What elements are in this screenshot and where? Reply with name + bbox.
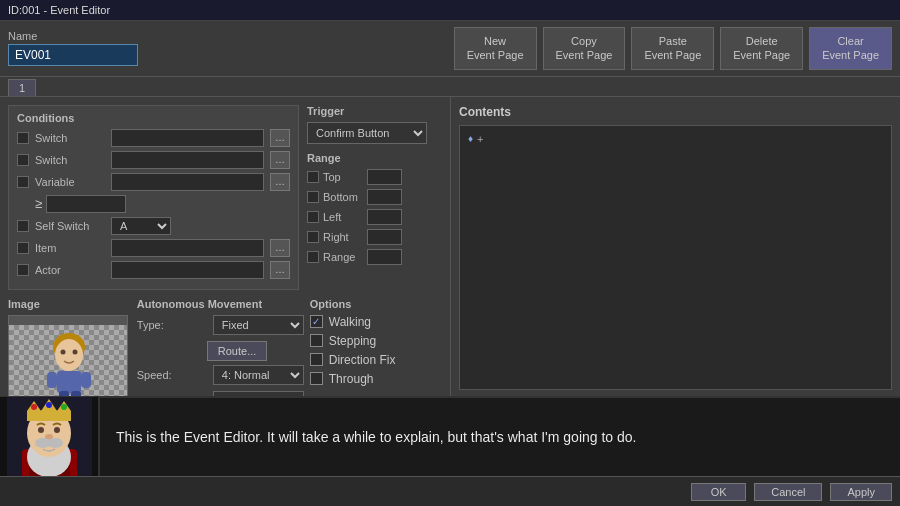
condition-variable-btn[interactable]: … [270, 173, 290, 191]
conditions-title: Conditions [17, 112, 290, 124]
option-stepping-checkbox[interactable] [310, 334, 323, 347]
option-stepping-label: Stepping [329, 334, 376, 348]
range-right-row: Right [307, 229, 442, 245]
clear-event-page-button[interactable]: ClearEvent Page [809, 27, 892, 70]
paste-event-page-button[interactable]: PasteEvent Page [631, 27, 714, 70]
king-portrait-svg [7, 397, 92, 477]
conditions-section: Conditions Switch … Switch … [8, 105, 299, 290]
auto-speed-row: Speed: 1: x8 Slower 2: x4 Slower 3: x2 S… [137, 365, 304, 385]
title-text: ID:001 - Event Editor [8, 4, 110, 16]
condition-variable-val-input[interactable] [46, 195, 126, 213]
option-directionfix-checkbox[interactable] [310, 353, 323, 366]
condition-switch1-row: Switch … [17, 129, 290, 147]
contents-item: ♦ + [466, 132, 885, 146]
trigger-select[interactable]: Confirm Button Touch Autorun Parallel [307, 122, 427, 144]
condition-switch2-input[interactable] [111, 151, 264, 169]
condition-switch1-checkbox[interactable] [17, 132, 29, 144]
condition-item-btn[interactable]: … [270, 239, 290, 257]
trigger-title: Trigger [307, 105, 442, 117]
new-event-page-button[interactable]: NewEvent Page [454, 27, 537, 70]
condition-item-row: Item … [17, 239, 290, 257]
condition-item-input[interactable] [111, 239, 264, 257]
tab-1[interactable]: 1 [8, 79, 36, 96]
svg-rect-20 [27, 411, 71, 421]
svg-point-5 [55, 339, 83, 371]
auto-speed-select[interactable]: 1: x8 Slower 2: x4 Slower 3: x2 Slower 4… [213, 365, 304, 385]
range-top-input[interactable] [367, 169, 402, 185]
apply-button[interactable]: Apply [830, 483, 892, 501]
ok-button[interactable]: OK [691, 483, 746, 501]
auto-type-select[interactable]: Fixed Random Approach Custom [213, 315, 304, 335]
svg-point-7 [73, 349, 78, 354]
range-right-checkbox[interactable] [307, 231, 319, 243]
condition-actor-btn[interactable]: … [270, 261, 290, 279]
svg-point-31 [47, 438, 63, 448]
svg-rect-8 [57, 371, 81, 393]
range-left-checkbox[interactable] [307, 211, 319, 223]
range-range-row: Range [307, 249, 442, 265]
contents-item-text: + [477, 133, 483, 145]
condition-actor-label: Actor [35, 264, 105, 276]
condition-actor-checkbox[interactable] [17, 264, 29, 276]
range-right-input[interactable] [367, 229, 402, 245]
condition-selfswitch-row: Self Switch ABCD [17, 217, 290, 235]
geq-symbol: ≥ [35, 196, 42, 211]
condition-variable-checkbox[interactable] [17, 176, 29, 188]
options-title: Options [310, 298, 442, 310]
condition-switch1-input[interactable] [111, 129, 264, 147]
condition-switch1-btn[interactable]: … [270, 129, 290, 147]
condition-switch2-btn[interactable]: … [270, 151, 290, 169]
range-bottom-checkbox[interactable] [307, 191, 319, 203]
condition-variable-input[interactable] [111, 173, 264, 191]
range-top-row: Top [307, 169, 442, 185]
range-bottom-label: Bottom [323, 191, 363, 203]
option-through-label: Through [329, 372, 374, 386]
trigger-section: Trigger Confirm Button Touch Autorun Par… [307, 105, 442, 290]
svg-rect-10 [81, 372, 91, 388]
svg-point-24 [31, 404, 37, 410]
condition-switch2-checkbox[interactable] [17, 154, 29, 166]
dialog-bar: This is the Event Editor. It will take a… [0, 396, 900, 476]
condition-switch2-row: Switch … [17, 151, 290, 169]
toolbar: Name NewEvent Page CopyEvent Page PasteE… [0, 21, 900, 77]
range-bottom-input[interactable] [367, 189, 402, 205]
contents-area[interactable]: ♦ + [459, 125, 892, 390]
title-bar: ID:001 - Event Editor [0, 0, 900, 21]
range-title: Range [307, 152, 442, 164]
route-button[interactable]: Route... [207, 341, 268, 361]
range-left-row: Left [307, 209, 442, 225]
contents-panel: Contents ♦ + [450, 97, 900, 427]
range-left-input[interactable] [367, 209, 402, 225]
range-right-label: Right [323, 231, 363, 243]
range-top-checkbox[interactable] [307, 171, 319, 183]
cancel-button[interactable]: Cancel [754, 483, 822, 501]
condition-switch2-label: Switch [35, 154, 105, 166]
condition-selfswitch-select[interactable]: ABCD [111, 217, 171, 235]
action-bar: OK Cancel Apply [0, 476, 900, 506]
condition-variable-val-row: ≥ [17, 195, 290, 213]
condition-item-checkbox[interactable] [17, 242, 29, 254]
svg-point-26 [61, 404, 67, 410]
svg-rect-9 [47, 372, 57, 388]
name-label: Name [8, 30, 138, 42]
range-range-input[interactable] [367, 249, 402, 265]
option-through-checkbox[interactable] [310, 372, 323, 385]
contents-title: Contents [459, 105, 892, 119]
name-input[interactable] [8, 44, 138, 66]
delete-event-page-button[interactable]: DeleteEvent Page [720, 27, 803, 70]
condition-actor-input[interactable] [111, 261, 264, 279]
condition-variable-row: Variable … [17, 173, 290, 191]
dialog-portrait [0, 397, 100, 477]
range-bottom-row: Bottom [307, 189, 442, 205]
range-range-checkbox[interactable] [307, 251, 319, 263]
left-panel: Conditions Switch … Switch … [0, 97, 450, 427]
tab-bar: 1 [0, 77, 900, 97]
option-walking-row: ✓ Walking [310, 315, 442, 329]
range-range-label: Range [323, 251, 363, 263]
autonomous-title: Autonomous Movement [137, 298, 304, 310]
copy-event-page-button[interactable]: CopyEvent Page [543, 27, 626, 70]
option-walking-checkbox[interactable]: ✓ [310, 315, 323, 328]
svg-point-28 [54, 427, 60, 433]
condition-selfswitch-checkbox[interactable] [17, 220, 29, 232]
option-through-row: Through [310, 372, 442, 386]
